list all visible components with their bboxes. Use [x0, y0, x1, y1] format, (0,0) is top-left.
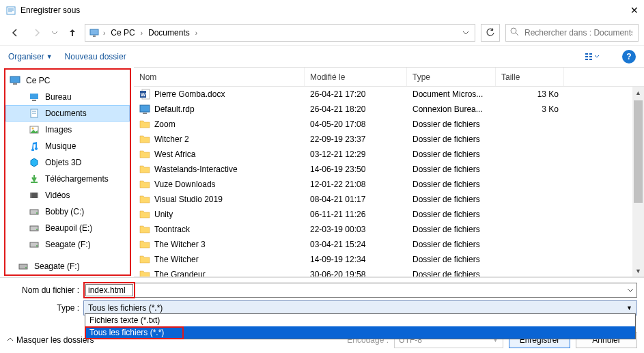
column-name[interactable]: Nom: [134, 68, 305, 86]
file-row[interactable]: West Africa03-12-21 12:29Dossier de fich…: [134, 147, 644, 162]
folder-icon: [139, 134, 150, 145]
sidebar-label: Objets 3D: [45, 158, 81, 167]
sidebar-icon: [29, 124, 40, 135]
scroll-thumb[interactable]: [634, 100, 643, 203]
sidebar-item-images[interactable]: Images: [5, 122, 130, 138]
recent-dropdown[interactable]: [49, 24, 60, 42]
back-button[interactable]: [5, 24, 25, 42]
breadcrumb-documents[interactable]: Documents: [145, 28, 193, 38]
search-box[interactable]: [505, 24, 639, 42]
help-button[interactable]: ?: [622, 50, 636, 63]
sidebar-item-seagate-f-[interactable]: Seagate (F:): [5, 236, 130, 253]
file-row[interactable]: Wastelands-Interactive14-06-19 23:50Doss…: [134, 162, 644, 177]
sidebar-item-this-pc[interactable]: Ce PC: [5, 72, 130, 89]
column-date[interactable]: Modifié le: [305, 68, 407, 86]
folder-icon: [139, 164, 150, 175]
file-name: The Witcher: [154, 255, 199, 264]
chevron-right-icon: ›: [102, 29, 107, 37]
address-bar[interactable]: › Ce PC › Documents ›: [85, 24, 475, 42]
file-row[interactable]: The Witcher 303-04-21 15:24Dossier de fi…: [134, 237, 644, 252]
file-name: The Grandeur: [154, 270, 206, 277]
filetype-option-txt[interactable]: Fichiers texte (*.txt): [85, 314, 635, 326]
sidebar-item-bobby-c-[interactable]: Bobby (C:): [5, 203, 130, 220]
filename-input[interactable]: [85, 284, 133, 296]
search-icon: [510, 27, 519, 38]
sidebar-item-musique[interactable]: Musique: [5, 138, 130, 154]
filetype-option-all[interactable]: Tous les fichiers (*.*): [85, 326, 635, 339]
file-date: 04-05-20 17:08: [305, 119, 407, 129]
forward-button[interactable]: [27, 24, 46, 42]
up-button[interactable]: [63, 24, 82, 42]
sidebar-label: Beaupoil (E:): [45, 223, 92, 233]
search-input[interactable]: [523, 27, 634, 38]
file-size: 3 Ko: [496, 104, 564, 114]
sidebar-icon: [29, 239, 40, 250]
column-type[interactable]: Type: [407, 68, 496, 86]
sidebar-label: Seagate (F:): [34, 262, 80, 271]
svg-rect-39: [143, 113, 147, 114]
file-row[interactable]: Visual Studio 201908-04-21 01:17Dossier …: [134, 192, 644, 207]
file-date: 12-01-22 21:08: [305, 180, 407, 189]
svg-rect-25: [30, 193, 31, 198]
folder-icon: [139, 239, 150, 250]
new-folder-button[interactable]: Nouveau dossier: [65, 52, 126, 61]
sidebar-item-beaupoil-e-[interactable]: Beaupoil (E:): [5, 220, 130, 236]
sidebar-item-documents[interactable]: Documents: [5, 105, 130, 122]
file-type: Dossier de fichiers: [407, 135, 496, 144]
file-date: 30-06-20 19:58: [305, 270, 407, 277]
file-name: Toontrack: [154, 225, 190, 234]
filetype-dropdown: Fichiers texte (*.txt) Tous les fichiers…: [85, 313, 636, 339]
file-row[interactable]: The Witcher14-09-19 12:34Dossier de fich…: [134, 252, 644, 267]
file-date: 08-04-21 01:17: [305, 195, 407, 204]
sidebar-item-seagate-f-2[interactable]: Seagate (F:): [5, 258, 130, 274]
folder-icon: [139, 209, 150, 220]
svg-rect-16: [30, 94, 38, 99]
file-row[interactable]: Zoom04-05-20 17:08Dossier de fichiers: [134, 117, 644, 132]
svg-rect-15: [13, 83, 17, 85]
file-row[interactable]: Unity06-11-21 11:26Dossier de fichiers: [134, 207, 644, 222]
file-type: Dossier de fichiers: [407, 270, 496, 277]
refresh-button[interactable]: [481, 24, 500, 42]
file-row[interactable]: The Grandeur30-06-20 19:58Dossier de fic…: [134, 267, 644, 277]
file-row[interactable]: WPierre Gomba.docx26-04-21 17:20Document…: [134, 87, 644, 102]
file-row[interactable]: Default.rdp26-04-21 18:20Connexion Burea…: [134, 102, 644, 117]
file-list: Nom Modifié le Type Taille WPierre Gomba…: [134, 67, 644, 277]
close-button[interactable]: ✕: [611, 5, 639, 16]
sidebar-icon: [29, 141, 40, 152]
file-date: 03-12-21 12:29: [305, 150, 407, 159]
file-type: Dossier de fichiers: [407, 165, 496, 174]
sidebar-item-vid-os[interactable]: Vidéos: [5, 187, 130, 203]
file-row[interactable]: Vuze Downloads12-01-22 21:08Dossier de f…: [134, 177, 644, 192]
scroll-up-button[interactable]: ▲: [632, 87, 644, 98]
filename-label: Nom du fichier :: [7, 285, 83, 295]
svg-point-22: [32, 128, 34, 130]
filename-combo-arrow[interactable]: [135, 283, 637, 298]
vertical-scrollbar[interactable]: ▲ ▼: [632, 87, 644, 277]
chevron-up-icon: [7, 335, 14, 345]
column-size[interactable]: Taille: [496, 68, 564, 86]
view-options-button[interactable]: [580, 48, 604, 65]
sidebar-icon: [29, 157, 40, 168]
sidebar-item-t-l-chargements[interactable]: Téléchargements: [5, 171, 130, 187]
folder-icon: [139, 224, 150, 235]
folder-icon: [139, 254, 150, 265]
filetype-label: Type :: [7, 303, 83, 313]
sidebar-item-objets-3d[interactable]: Objets 3D: [5, 154, 130, 171]
breadcrumb-pc[interactable]: Ce PC: [108, 28, 137, 38]
file-date: 03-04-21 15:24: [305, 240, 407, 249]
file-date: 14-06-19 23:50: [305, 165, 407, 174]
file-row[interactable]: Toontrack22-03-19 00:03Dossier de fichie…: [134, 222, 644, 237]
file-name: Zoom: [154, 119, 176, 129]
sidebar-label: Musique: [45, 141, 76, 151]
file-type: Dossier de fichiers: [407, 180, 496, 189]
sidebar-label: Bobby (C:): [45, 207, 84, 216]
scroll-down-button[interactable]: ▼: [632, 265, 644, 277]
file-row[interactable]: Witcher 222-09-19 23:37Dossier de fichie…: [134, 132, 644, 147]
chevron-down-icon: ▼: [46, 53, 53, 60]
organize-menu[interactable]: Organiser▼: [8, 52, 53, 61]
hide-folders-toggle[interactable]: Masquer les dossiers: [7, 335, 94, 345]
file-name: West Africa: [154, 150, 195, 159]
folder-icon: [139, 179, 150, 190]
chevron-down-icon[interactable]: [460, 29, 472, 36]
sidebar-item-bureau[interactable]: Bureau: [5, 89, 130, 105]
